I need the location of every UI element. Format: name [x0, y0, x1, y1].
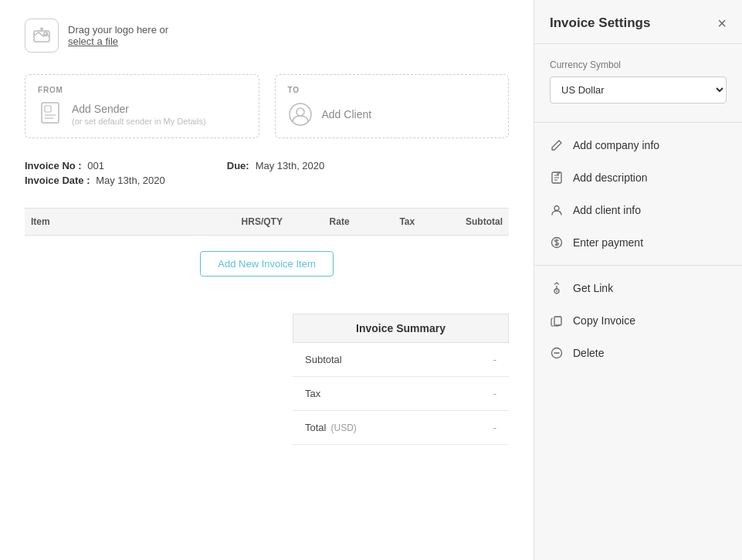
sender-icon: [38, 102, 63, 127]
currency-label: Currency Symbol: [550, 59, 727, 70]
settings-header: Invoice Settings ×: [534, 0, 742, 44]
from-to-row: FROM Add Sender (or set default sender i…: [25, 74, 509, 138]
summary-tax-row: Tax -: [293, 377, 509, 411]
settings-panel: Invoice Settings × Currency Symbol US Do…: [534, 0, 742, 560]
sender-sub: (or set default sender in My Details): [72, 117, 206, 126]
close-settings-button[interactable]: ×: [717, 15, 727, 31]
col-tax: Tax: [373, 209, 441, 236]
client-text: Add Client: [322, 108, 372, 120]
total-label-group: Total (USD): [305, 422, 357, 433]
subtotal-label: Subtotal: [305, 354, 342, 365]
copy-invoice-item[interactable]: Copy Invoice: [534, 304, 742, 337]
pencil-icon: [550, 138, 564, 152]
enter-payment-label: Enter payment: [573, 236, 643, 249]
to-box[interactable]: TO Add Client: [275, 74, 510, 138]
sender-info: Add Sender (or set default sender in My …: [72, 103, 206, 126]
total-value: -: [493, 422, 496, 433]
table-header: Item HRS/QTY Rate Tax Subtotal: [25, 209, 509, 236]
meta-left: Invoice No : 001 Invoice Date : May 13th…: [25, 160, 165, 186]
to-label: TO: [288, 86, 496, 94]
delete-label: Delete: [573, 347, 604, 359]
total-currency: (USD): [330, 423, 356, 433]
add-description-label: Add description: [573, 171, 648, 184]
select-file-link[interactable]: select a file: [68, 36, 118, 47]
summary-wrapper: Invoice Summary Subtotal - Tax - Total (…: [25, 307, 509, 445]
description-icon: [550, 171, 564, 185]
add-new-invoice-item-button[interactable]: Add New Invoice Item: [200, 251, 333, 277]
invoice-meta-section: Invoice No : 001 Invoice Date : May 13th…: [25, 160, 509, 186]
invoice-table: Item HRS/QTY Rate Tax Subtotal Add New I…: [25, 208, 509, 292]
logo-icon: [25, 19, 59, 53]
col-item: Item: [25, 209, 219, 236]
from-label: FROM: [38, 86, 246, 94]
svg-point-12: [556, 290, 557, 292]
col-subtotal: Subtotal: [441, 209, 509, 236]
get-link-item[interactable]: Get Link: [534, 272, 742, 304]
link-icon: [550, 281, 564, 295]
add-client-info-item[interactable]: Add client info: [534, 194, 742, 226]
invoice-number-row: Invoice No : 001: [25, 160, 165, 171]
from-content: Add Sender (or set default sender in My …: [38, 102, 246, 127]
table-header-row: Item HRS/QTY Rate Tax Subtotal: [25, 209, 509, 236]
get-link-label: Get Link: [573, 282, 613, 294]
col-rate: Rate: [306, 209, 374, 236]
svg-rect-14: [554, 317, 561, 325]
svg-point-7: [296, 108, 304, 116]
subtotal-value: -: [493, 354, 496, 365]
sender-text: Add Sender: [72, 103, 206, 115]
meta-right: Due: May 13th, 2020: [227, 160, 325, 171]
copy-invoice-label: Copy Invoice: [573, 314, 635, 327]
col-hrs: HRS/QTY: [219, 209, 306, 236]
svg-point-9: [554, 206, 559, 211]
invoice-date-row: Invoice Date : May 13th, 2020: [25, 175, 165, 186]
main-panel: Drag your logo here or select a file FRO…: [0, 0, 534, 560]
delete-icon: [550, 346, 564, 360]
person-icon: [550, 203, 564, 217]
svg-rect-3: [45, 106, 51, 112]
invoice-summary: Invoice Summary Subtotal - Tax - Total (…: [293, 314, 509, 445]
to-content: Add Client: [288, 102, 496, 127]
settings-actions-top: Add company info Add description Add cli…: [534, 123, 742, 266]
settings-title: Invoice Settings: [550, 15, 650, 31]
total-label: Total: [305, 422, 326, 433]
copy-icon: [550, 314, 564, 328]
add-company-info-item[interactable]: Add company info: [534, 129, 742, 161]
settings-actions-bottom: Get Link Copy Invoice Delete: [534, 266, 742, 375]
delete-item[interactable]: Delete: [534, 337, 742, 369]
table-body: Add New Invoice Item: [25, 236, 509, 293]
tax-label: Tax: [305, 388, 320, 399]
summary-total-row: Total (USD) -: [293, 411, 509, 445]
add-item-row: Add New Invoice Item: [25, 236, 509, 293]
add-item-cell: Add New Invoice Item: [25, 236, 509, 293]
dollar-icon: [550, 236, 564, 249]
summary-subtotal-row: Subtotal -: [293, 343, 509, 377]
from-box[interactable]: FROM Add Sender (or set default sender i…: [25, 74, 259, 138]
add-client-info-label: Add client info: [573, 204, 641, 216]
logo-upload-area[interactable]: Drag your logo here or select a file: [25, 19, 509, 53]
logo-upload-text: Drag your logo here or select a file: [68, 24, 168, 47]
client-icon: [288, 102, 313, 127]
add-description-item[interactable]: Add description: [534, 161, 742, 194]
tax-value: -: [493, 388, 496, 399]
summary-title: Invoice Summary: [293, 314, 509, 343]
enter-payment-item[interactable]: Enter payment: [534, 226, 742, 259]
add-company-info-label: Add company info: [573, 139, 659, 151]
currency-section: Currency Symbol US Dollar Euro British P…: [534, 44, 742, 123]
currency-select[interactable]: US Dollar Euro British Pound Canadian Do…: [550, 76, 727, 104]
